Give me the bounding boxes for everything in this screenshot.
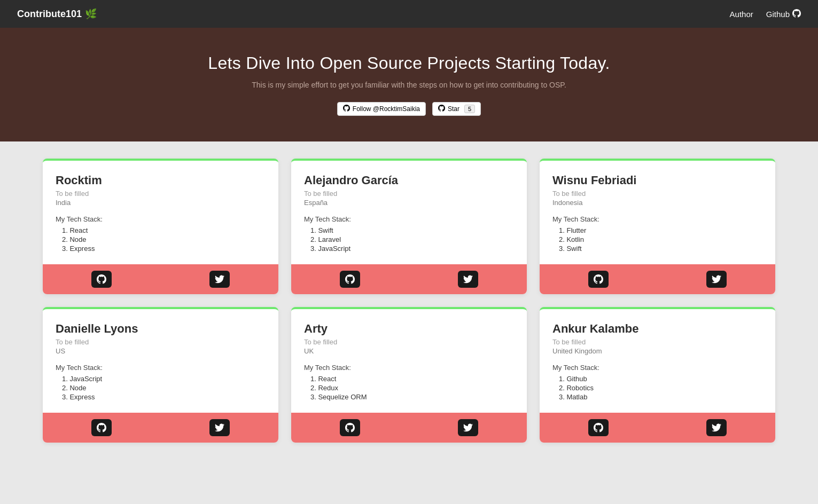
twitter-profile-button[interactable] xyxy=(706,419,727,436)
card-name: Ankur Kalambe xyxy=(552,322,762,336)
stack-item: 1. Github xyxy=(552,375,762,383)
card: Wisnu Febriadi To be filled Indonesia My… xyxy=(540,159,775,294)
card-footer xyxy=(43,413,278,443)
stack-item: 2. Laravel xyxy=(304,235,514,243)
github-profile-button[interactable] xyxy=(91,419,112,436)
card-stack-title: My Tech Stack: xyxy=(56,215,266,223)
card-body: Danielle Lyons To be filled US My Tech S… xyxy=(43,309,278,413)
follow-label: Follow @RocktimSaikia xyxy=(353,105,420,113)
card-country: United Kingdom xyxy=(552,347,762,355)
card-footer xyxy=(540,264,775,294)
card-stack-list: 1. Swift2. Laravel3. JavaScript xyxy=(304,226,514,253)
github-profile-button[interactable] xyxy=(340,419,360,436)
card-bio: To be filled xyxy=(304,338,514,346)
github-profile-button[interactable] xyxy=(588,419,609,436)
twitter-profile-button[interactable] xyxy=(458,419,478,436)
card-body: Alejandro García To be filled España My … xyxy=(291,161,527,264)
card-stack-list: 1. JavaScript2. Node3. Express xyxy=(56,375,266,401)
github-link-label: Github xyxy=(766,10,790,19)
card-body: Arty To be filled UK My Tech Stack: 1. R… xyxy=(291,309,527,413)
github-profile-button[interactable] xyxy=(91,271,112,288)
card-footer xyxy=(540,413,775,443)
card-bio: To be filled xyxy=(552,190,762,198)
star-label: Star xyxy=(448,105,459,113)
stack-item: 1. Swift xyxy=(304,226,514,234)
card-body: Rocktim To be filled India My Tech Stack… xyxy=(43,161,278,264)
card-stack-list: 1. React2. Redux3. Sequelize ORM xyxy=(304,375,514,401)
twitter-profile-button[interactable] xyxy=(706,271,727,288)
star-count: 5 xyxy=(464,105,475,113)
github-nav-icon xyxy=(792,9,801,19)
github-link[interactable]: Github xyxy=(766,9,801,19)
card-body: Wisnu Febriadi To be filled Indonesia My… xyxy=(540,161,775,264)
card-stack-title: My Tech Stack: xyxy=(552,215,762,223)
stack-item: 3. Swift xyxy=(552,245,762,253)
card-name: Danielle Lyons xyxy=(56,322,266,336)
card-name: Rocktim xyxy=(56,174,266,187)
twitter-profile-button[interactable] xyxy=(458,271,478,288)
card-country: España xyxy=(304,199,514,207)
hero-buttons: Follow @RocktimSaikia Star 5 xyxy=(17,102,801,116)
stack-item: 2. Node xyxy=(56,384,266,392)
star-gh-icon xyxy=(438,105,445,113)
stack-item: 2. Robotics xyxy=(552,384,762,392)
stack-item: 2. Redux xyxy=(304,384,514,392)
card-bio: To be filled xyxy=(56,190,266,198)
author-link[interactable]: Author xyxy=(730,10,753,19)
card: Danielle Lyons To be filled US My Tech S… xyxy=(43,307,278,443)
card-bio: To be filled xyxy=(304,190,514,198)
main-content: Rocktim To be filled India My Tech Stack… xyxy=(0,141,818,460)
stack-item: 3. Matlab xyxy=(552,393,762,401)
card-stack-list: 1. Flutter2. Kotlin3. Swift xyxy=(552,226,762,253)
card-stack-list: 1. React2. Node3. Express xyxy=(56,226,266,253)
hero-title: Lets Dive Into Open Source Projects Star… xyxy=(17,53,801,73)
navbar-brand: Contribute101 🌿 xyxy=(17,8,97,20)
card-country: India xyxy=(56,199,266,207)
star-button[interactable]: Star 5 xyxy=(432,102,481,116)
stack-item: 2. Kotlin xyxy=(552,235,762,243)
card-body: Ankur Kalambe To be filled United Kingdo… xyxy=(540,309,775,413)
card-name: Arty xyxy=(304,322,514,336)
hero-subtitle: This is my simple effort to get you fami… xyxy=(17,81,801,89)
card-stack-list: 1. Github2. Robotics3. Matlab xyxy=(552,375,762,401)
stack-item: 3. Express xyxy=(56,245,266,253)
card: Ankur Kalambe To be filled United Kingdo… xyxy=(540,307,775,443)
card: Rocktim To be filled India My Tech Stack… xyxy=(43,159,278,294)
card-name: Alejandro García xyxy=(304,174,514,187)
card-bio: To be filled xyxy=(552,338,762,346)
navbar-links: Author Github xyxy=(730,9,801,19)
twitter-profile-button[interactable] xyxy=(209,271,230,288)
stack-item: 3. Sequelize ORM xyxy=(304,393,514,401)
card-stack-title: My Tech Stack: xyxy=(56,364,266,372)
stack-item: 2. Node xyxy=(56,235,266,243)
card-country: UK xyxy=(304,347,514,355)
card-footer xyxy=(43,264,278,294)
card: Alejandro García To be filled España My … xyxy=(291,159,527,294)
github-profile-button[interactable] xyxy=(340,271,360,288)
stack-item: 3. JavaScript xyxy=(304,245,514,253)
brand-icon: 🌿 xyxy=(85,8,97,20)
navbar: Contribute101 🌿 Author Github xyxy=(0,0,818,28)
follow-gh-icon xyxy=(343,105,350,113)
card-stack-title: My Tech Stack: xyxy=(304,364,514,372)
twitter-profile-button[interactable] xyxy=(209,419,230,436)
stack-item: 1. Flutter xyxy=(552,226,762,234)
brand-text: Contribute101 xyxy=(17,9,82,20)
follow-button[interactable]: Follow @RocktimSaikia xyxy=(337,102,426,116)
stack-item: 1. JavaScript xyxy=(56,375,266,383)
github-profile-button[interactable] xyxy=(588,271,609,288)
card-country: Indonesia xyxy=(552,199,762,207)
card-footer xyxy=(291,264,527,294)
card-footer xyxy=(291,413,527,443)
card-country: US xyxy=(56,347,266,355)
card-name: Wisnu Febriadi xyxy=(552,174,762,187)
card: Arty To be filled UK My Tech Stack: 1. R… xyxy=(291,307,527,443)
card-bio: To be filled xyxy=(56,338,266,346)
stack-item: 1. React xyxy=(304,375,514,383)
card-stack-title: My Tech Stack: xyxy=(304,215,514,223)
card-stack-title: My Tech Stack: xyxy=(552,364,762,372)
stack-item: 3. Express xyxy=(56,393,266,401)
hero-section: Lets Dive Into Open Source Projects Star… xyxy=(0,28,818,141)
cards-grid: Rocktim To be filled India My Tech Stack… xyxy=(43,159,775,443)
stack-item: 1. React xyxy=(56,226,266,234)
